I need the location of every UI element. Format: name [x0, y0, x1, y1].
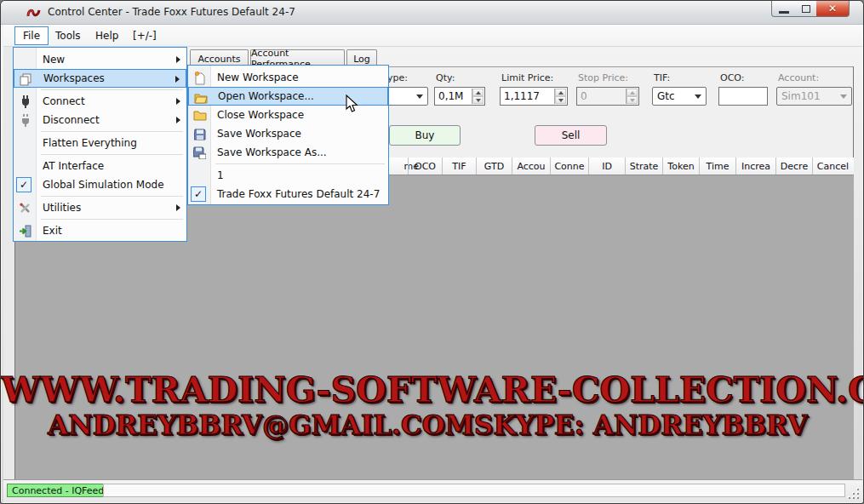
chevron-down-icon	[416, 94, 423, 99]
limit-price-input[interactable]: 1,1117	[500, 87, 568, 106]
resize-grip[interactable]	[847, 487, 859, 499]
save-icon	[192, 127, 207, 141]
close-button[interactable]: ✕	[816, 1, 850, 17]
stop-price-stepper[interactable]	[626, 89, 638, 104]
connection-status-badge: Connected - IQFeed	[7, 484, 109, 497]
qty-label: Qty:	[436, 72, 455, 83]
workspaces-icon	[19, 72, 33, 87]
buy-button[interactable]: Buy	[389, 125, 461, 146]
limit-price-label: Limit Price:	[501, 72, 553, 83]
app-logo-icon	[26, 6, 41, 20]
status-empty-panel	[103, 484, 845, 497]
qty-input[interactable]: 0,1M	[434, 87, 485, 106]
menu-item-exit[interactable]: Exit	[14, 221, 186, 240]
submenu-arrow-icon	[175, 76, 180, 83]
mouse-cursor	[346, 94, 359, 113]
watermark-skype: SKYPE: ANDREYBBRV	[474, 410, 808, 440]
submenu-arrow-icon	[176, 98, 180, 105]
checkmark-icon: ✓	[191, 186, 206, 202]
column-header[interactable]: Time	[699, 158, 735, 175]
new-workspace-icon	[192, 71, 207, 85]
watermark-email: ANDREYBBRV@GMAIL.COM	[48, 410, 474, 440]
menu-item-workspace-1[interactable]: 1	[188, 166, 388, 185]
column-header[interactable]: Strate	[625, 158, 662, 175]
menu-bar: File Tools Help [+/-]	[3, 25, 862, 47]
oco-label: OCO:	[720, 72, 745, 83]
app-window: Control Center - Trade Foxx Futures Defa…	[0, 0, 864, 504]
maximize-button[interactable]	[796, 1, 817, 17]
close-icon: ✕	[828, 3, 837, 14]
menu-item-global-simulation-mode[interactable]: ✓ Global Simulation Mode	[14, 175, 186, 194]
save-as-icon	[192, 146, 207, 160]
exit-icon	[18, 224, 32, 238]
column-header[interactable]: OCO	[408, 158, 442, 175]
menu-item-save-workspace-as[interactable]: Save Workspace As...	[188, 143, 388, 162]
column-header[interactable]: ID	[588, 158, 625, 175]
file-menu: New Workspaces Connect Disconnect Flatte…	[13, 47, 187, 242]
column-header[interactable]: Decre	[775, 158, 812, 175]
menu-item-workspace-default[interactable]: ✓ Trade Foxx Futures Default 24-7	[188, 185, 388, 203]
tif-combobox[interactable]: Gtc	[652, 87, 707, 106]
workspaces-submenu: New Workspace Open Workspace... Close Wo…	[187, 65, 389, 205]
title-bar[interactable]: Control Center - Trade Foxx Futures Defa…	[1, 1, 863, 25]
submenu-arrow-icon	[176, 56, 180, 63]
menu-item-new-workspace[interactable]: New Workspace	[188, 68, 388, 87]
stop-price-input[interactable]: 0	[576, 87, 639, 106]
status-bar: Connected - IQFeed	[3, 479, 862, 502]
tif-label: TIF:	[654, 72, 670, 83]
menu-tools[interactable]: Tools	[48, 26, 89, 45]
stop-price-label: Stop Price:	[578, 72, 628, 83]
sell-button[interactable]: Sell	[535, 125, 607, 146]
open-workspace-icon	[193, 90, 208, 105]
account-label: Account:	[778, 72, 819, 83]
utilities-icon	[18, 201, 32, 215]
chevron-down-icon	[840, 94, 847, 99]
column-header[interactable]: Cancel	[812, 158, 853, 175]
disconnect-icon	[18, 113, 32, 128]
window-title: Control Center - Trade Foxx Futures Defa…	[48, 6, 295, 18]
menu-item-disconnect[interactable]: Disconnect	[14, 111, 186, 129]
close-workspace-icon	[192, 108, 207, 123]
menu-item-new[interactable]: New	[14, 50, 186, 69]
menu-item-at-interface[interactable]: AT Interface	[14, 157, 186, 175]
qty-stepper[interactable]	[472, 89, 483, 104]
minimize-icon	[779, 11, 789, 14]
minimize-button[interactable]	[771, 1, 797, 17]
menu-item-connect[interactable]: Connect	[14, 92, 186, 111]
menu-file[interactable]: File	[14, 26, 49, 45]
menu-plusminus[interactable]: [+/-]	[125, 26, 164, 45]
maximize-icon	[802, 5, 810, 13]
menu-item-utilities[interactable]: Utilities	[14, 198, 186, 217]
submenu-arrow-icon	[176, 204, 180, 211]
column-header[interactable]: Conne	[550, 158, 588, 175]
menu-item-save-workspace[interactable]: Save Workspace	[188, 124, 388, 143]
submenu-arrow-icon	[176, 117, 180, 123]
connect-icon	[18, 94, 32, 109]
limit-price-stepper[interactable]	[554, 89, 566, 104]
checkmark-icon: ✓	[16, 177, 31, 192]
menu-help[interactable]: Help	[88, 26, 126, 45]
column-header[interactable]: GTD	[476, 158, 512, 175]
account-combobox[interactable]: Sim101	[776, 87, 852, 106]
column-header[interactable]: TIF	[442, 158, 476, 175]
column-header[interactable]: Token	[662, 158, 699, 175]
chevron-down-icon	[695, 94, 701, 99]
column-header[interactable]: Increa	[735, 158, 775, 175]
watermark-line1: WWW.TRADING-SOFTWARE-COLLECTION.COM	[1, 369, 854, 410]
menu-item-workspaces[interactable]: Workspaces	[14, 69, 186, 88]
oco-input[interactable]	[718, 87, 768, 106]
menu-item-flatten-everything[interactable]: Flatten Everything	[14, 134, 186, 152]
column-header[interactable]: Accou	[512, 158, 550, 175]
